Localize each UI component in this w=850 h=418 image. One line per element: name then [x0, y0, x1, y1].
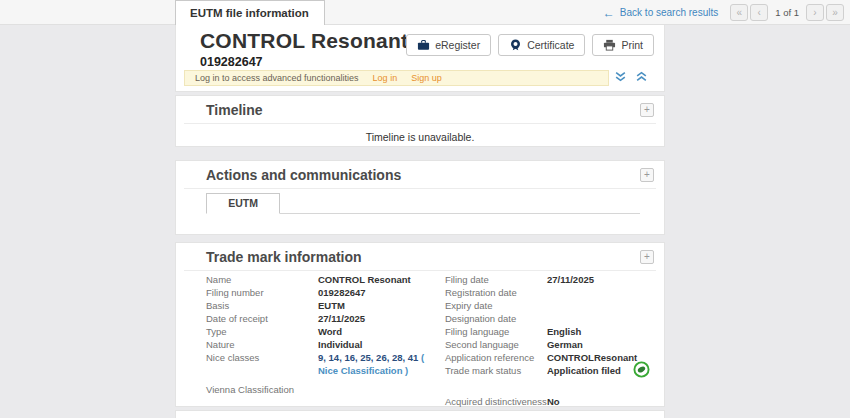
section-toggle-icons: [614, 70, 648, 83]
field-value: English: [547, 325, 581, 338]
field-label: Filing language: [445, 325, 547, 338]
field-label: Registration date: [445, 286, 547, 299]
printer-icon: [603, 39, 616, 51]
certificate-button[interactable]: Certificate: [498, 34, 585, 56]
field-label: Trade mark status: [445, 364, 547, 377]
table-row-nice-classes: Nice classes 9, 14, 16, 25, 26, 28, 41 (…: [206, 351, 445, 377]
trademark-section-header: Trade mark information +: [176, 243, 664, 270]
sign-up-link[interactable]: Sign up: [411, 73, 442, 83]
field-value: 9, 14, 16, 25, 26, 28, 41 ( Nice Classif…: [318, 351, 445, 377]
table-row-status: Trade mark status Application filed: [445, 364, 664, 377]
trade-mark-status-value: Application filed: [547, 364, 621, 377]
pagination-label: 1 of 1: [775, 7, 799, 18]
table-row: Second language German: [445, 338, 664, 351]
timeline-title: Timeline: [206, 102, 263, 118]
filing-number-heading: 019282647: [200, 55, 263, 69]
field-label: Designation date: [445, 312, 547, 325]
page-title: CONTROL Resonant: [200, 29, 408, 53]
trademark-title: Trade mark information: [206, 249, 362, 265]
field-label: Name: [206, 273, 318, 286]
table-row-vienna: Vienna Classification: [206, 383, 445, 396]
field-label: Expiry date: [445, 299, 547, 312]
actions-title: Actions and communications: [206, 167, 401, 183]
table-row: Filing language English: [445, 325, 664, 338]
details-right-column: Filing date 27/11/2025 Registration date…: [445, 273, 664, 408]
field-value: German: [547, 338, 583, 351]
eregister-button[interactable]: eRegister: [406, 34, 491, 56]
timeline-toggle-button[interactable]: +: [640, 103, 654, 117]
actions-toggle-button[interactable]: +: [640, 168, 654, 182]
field-value: No: [547, 395, 560, 408]
previous-result-button[interactable]: ‹: [750, 4, 768, 21]
field-label: Date of receipt: [206, 312, 318, 325]
table-row: Nature Individual: [206, 338, 445, 351]
file-information-card: CONTROL Resonant 019282647 eRegister Cer…: [175, 25, 665, 418]
table-row: Designation date: [445, 312, 664, 325]
certificate-label: Certificate: [527, 39, 574, 51]
table-row: Type Word: [206, 325, 445, 338]
field-label: Basis: [206, 299, 318, 312]
field-label: Nature: [206, 338, 318, 351]
field-label: Nice classes: [206, 351, 318, 364]
timeline-section-header: Timeline +: [176, 96, 664, 123]
field-value: Individual: [318, 338, 362, 351]
field-value: EUTM: [318, 299, 345, 312]
table-row: Date of receipt 27/11/2025: [206, 312, 445, 325]
divider: [184, 188, 656, 189]
collapse-all-icon[interactable]: [635, 70, 648, 83]
login-notice-bar: Log in to access advanced functionalitie…: [184, 70, 609, 86]
tab-eutm[interactable]: EUTM: [206, 193, 280, 214]
field-label: Acquired distinctiveness: [445, 395, 547, 408]
back-arrow-icon: ←: [603, 8, 615, 18]
action-buttons: eRegister Certificate Print: [406, 34, 654, 56]
next-section-strip: [175, 410, 665, 418]
field-value: CONTROLResonant: [547, 351, 637, 364]
field-label: Filing number: [206, 286, 318, 299]
table-row: Basis EUTM: [206, 299, 445, 312]
header-block: CONTROL Resonant 019282647 eRegister Cer…: [175, 25, 665, 92]
table-row: Registration date: [445, 286, 664, 299]
trademark-toggle-button[interactable]: +: [640, 250, 654, 264]
log-in-link[interactable]: Log in: [373, 73, 398, 83]
tab-label: EUTM file information: [190, 7, 309, 19]
login-message: Log in to access advanced functionalitie…: [195, 73, 359, 83]
actions-communications-section: Actions and communications + EUTM: [175, 160, 665, 235]
timeline-section: Timeline + Timeline is unavailable.: [175, 95, 665, 147]
last-result-button[interactable]: »: [826, 4, 844, 21]
details-left-column: Name CONTROL Resonant Filing number 0192…: [206, 273, 445, 408]
field-label: Filing date: [445, 273, 547, 286]
field-label: Application reference: [445, 351, 547, 364]
table-row-acquired: Acquired distinctiveness No: [445, 395, 664, 408]
expand-all-icon[interactable]: [614, 70, 627, 83]
field-label: Type: [206, 325, 318, 338]
table-row: Application reference CONTROLResonant: [445, 351, 664, 364]
first-result-button[interactable]: «: [730, 4, 748, 21]
field-value: 27/11/2025: [318, 312, 365, 325]
result-pagination: « ‹ 1 of 1 › »: [730, 4, 844, 21]
back-to-search-results-link[interactable]: ← Back to search results: [603, 7, 718, 18]
eregister-label: eRegister: [435, 39, 480, 51]
timeline-empty-message: Timeline is unavailable.: [176, 124, 664, 143]
briefcase-icon: [417, 39, 430, 51]
trademark-details-grid: Name CONTROL Resonant Filing number 0192…: [176, 271, 664, 408]
field-value: 019282647: [318, 286, 366, 299]
table-row: Filing date 27/11/2025: [445, 273, 664, 286]
status-application-filed-icon: [633, 361, 650, 378]
actions-section-header: Actions and communications +: [176, 161, 664, 188]
field-label: Second language: [445, 338, 547, 351]
field-value: CONTROL Resonant: [318, 273, 411, 286]
table-row: Filing number 019282647: [206, 286, 445, 299]
table-row: Name CONTROL Resonant: [206, 273, 445, 286]
certificate-seal-icon: [509, 39, 522, 51]
print-button[interactable]: Print: [592, 34, 654, 56]
back-link-label: Back to search results: [620, 7, 718, 18]
field-value: Word: [318, 325, 342, 338]
tab-eutm-file-information[interactable]: EUTM file information: [175, 0, 325, 25]
back-navigation: ← Back to search results « ‹ 1 of 1 › »: [603, 4, 844, 21]
nice-classes-value: 9, 14, 16, 25, 26, 28, 41: [318, 352, 418, 363]
field-label: Vienna Classification: [206, 383, 318, 396]
next-result-button[interactable]: ›: [806, 4, 824, 21]
field-value: 27/11/2025: [547, 273, 594, 286]
actions-tab-bar: EUTM: [206, 193, 640, 214]
trade-mark-information-section: Trade mark information + Name CONTROL Re…: [175, 242, 665, 407]
